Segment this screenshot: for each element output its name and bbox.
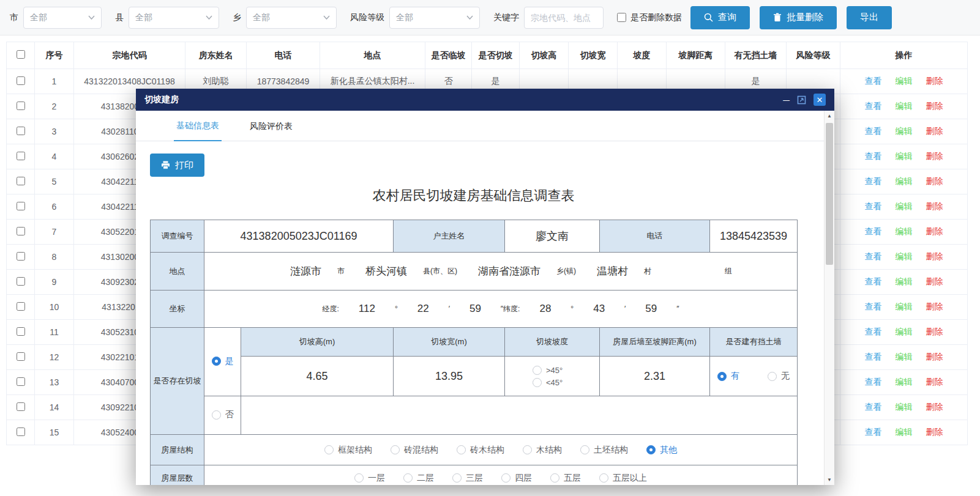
- view-link[interactable]: 查看: [865, 251, 882, 261]
- radio-option[interactable]: 三层: [452, 473, 483, 484]
- radio-option[interactable]: 四层: [501, 473, 532, 484]
- export-button[interactable]: 导出: [847, 6, 892, 29]
- delete-link[interactable]: 删除: [926, 126, 943, 136]
- select-all-checkbox[interactable]: [17, 50, 25, 59]
- edit-link[interactable]: 编辑: [896, 76, 913, 86]
- row-checkbox[interactable]: [17, 277, 25, 286]
- print-button[interactable]: 打印: [150, 154, 204, 177]
- edit-link[interactable]: 编辑: [896, 276, 913, 286]
- row-checkbox[interactable]: [17, 302, 25, 311]
- township-select[interactable]: 全部: [246, 7, 337, 29]
- row-checkbox[interactable]: [17, 227, 25, 235]
- scroll-up-icon[interactable]: ▲: [825, 113, 834, 119]
- keyword-input[interactable]: [524, 7, 604, 29]
- radio-option[interactable]: 土坯结构: [580, 445, 628, 456]
- view-link[interactable]: 查看: [865, 176, 882, 186]
- modal-scrollbar[interactable]: ▲ ▼: [824, 111, 834, 485]
- scroll-thumb[interactable]: [826, 123, 833, 265]
- edit-link[interactable]: 编辑: [896, 327, 913, 336]
- row-checkbox[interactable]: [17, 402, 25, 411]
- view-link[interactable]: 查看: [865, 76, 882, 86]
- radio-option[interactable]: 有: [717, 371, 739, 382]
- city-select[interactable]: 全部: [23, 7, 102, 29]
- view-link[interactable]: 查看: [865, 151, 882, 161]
- edit-link[interactable]: 编辑: [896, 101, 913, 111]
- row-actions: 查看编辑删除: [840, 395, 968, 420]
- radio-option[interactable]: 一层: [354, 473, 385, 484]
- delete-link[interactable]: 删除: [926, 151, 943, 161]
- maximize-icon[interactable]: [797, 95, 806, 105]
- delete-link[interactable]: 删除: [926, 427, 943, 437]
- row-checkbox[interactable]: [17, 177, 25, 185]
- batch-delete-button[interactable]: 批量删除: [760, 6, 837, 29]
- row-checkbox[interactable]: [17, 428, 25, 436]
- delete-link[interactable]: 删除: [926, 327, 943, 336]
- row-checkbox[interactable]: [17, 152, 25, 160]
- view-link[interactable]: 查看: [865, 276, 882, 286]
- close-icon[interactable]: ✕: [814, 94, 826, 106]
- radio-option[interactable]: 砖混结构: [391, 445, 438, 456]
- query-button[interactable]: 查询: [690, 6, 750, 29]
- delete-link[interactable]: 删除: [926, 402, 943, 412]
- radio-option[interactable]: 其他: [646, 445, 677, 456]
- radio-option[interactable]: 木结构: [523, 445, 562, 456]
- view-link[interactable]: 查看: [865, 226, 882, 236]
- delete-link[interactable]: 删除: [926, 201, 943, 211]
- tab-basic-info[interactable]: 基础信息表: [174, 120, 222, 141]
- view-link[interactable]: 查看: [865, 126, 882, 136]
- delete-link[interactable]: 删除: [926, 251, 943, 261]
- view-link[interactable]: 查看: [865, 327, 882, 336]
- view-link[interactable]: 查看: [865, 352, 882, 361]
- delete-link[interactable]: 删除: [926, 302, 943, 311]
- edit-link[interactable]: 编辑: [896, 402, 913, 412]
- radio-option[interactable]: >45°: [533, 366, 563, 375]
- row-checkbox[interactable]: [17, 352, 25, 361]
- row-checkbox[interactable]: [17, 327, 25, 336]
- show-deleted-toggle[interactable]: 是否删除数据: [617, 12, 682, 23]
- edit-link[interactable]: 编辑: [896, 427, 913, 437]
- delete-link[interactable]: 删除: [926, 276, 943, 286]
- cut-exist-no-radio[interactable]: 否: [212, 409, 234, 420]
- edit-link[interactable]: 编辑: [896, 126, 913, 136]
- edit-link[interactable]: 编辑: [896, 377, 913, 387]
- edit-link[interactable]: 编辑: [896, 226, 913, 236]
- cut-exist-yes-radio[interactable]: 是: [212, 356, 234, 367]
- view-link[interactable]: 查看: [865, 377, 882, 387]
- radio-option[interactable]: 五层: [550, 473, 581, 484]
- risk-select[interactable]: 全部: [389, 7, 480, 29]
- view-link[interactable]: 查看: [865, 201, 882, 211]
- radio-option[interactable]: 砖木结构: [457, 445, 504, 456]
- edit-link[interactable]: 编辑: [896, 251, 913, 261]
- edit-link[interactable]: 编辑: [896, 176, 913, 186]
- delete-link[interactable]: 删除: [926, 226, 943, 236]
- row-checkbox[interactable]: [17, 127, 25, 135]
- radio-option[interactable]: 框架结构: [324, 445, 372, 456]
- minimize-icon[interactable]: ─: [783, 95, 790, 105]
- row-checkbox[interactable]: [17, 76, 25, 85]
- radio-option[interactable]: 五层以上: [599, 473, 647, 484]
- row-checkbox[interactable]: [17, 252, 25, 261]
- row-checkbox[interactable]: [17, 102, 25, 110]
- view-link[interactable]: 查看: [865, 402, 882, 412]
- edit-link[interactable]: 编辑: [896, 201, 913, 211]
- view-link[interactable]: 查看: [865, 101, 882, 111]
- edit-link[interactable]: 编辑: [896, 352, 913, 361]
- county-select[interactable]: 全部: [129, 7, 219, 29]
- row-checkbox[interactable]: [17, 202, 25, 210]
- view-link[interactable]: 查看: [865, 427, 882, 437]
- radio-option[interactable]: <45°: [533, 378, 563, 387]
- row-checkbox[interactable]: [17, 377, 25, 386]
- radio-option[interactable]: 无: [768, 371, 790, 382]
- delete-link[interactable]: 删除: [926, 352, 943, 361]
- scroll-down-icon[interactable]: ▼: [825, 477, 834, 483]
- delete-link[interactable]: 删除: [926, 101, 943, 111]
- radio-option[interactable]: 二层: [403, 473, 434, 484]
- delete-link[interactable]: 删除: [926, 377, 943, 387]
- delete-link[interactable]: 删除: [926, 76, 943, 86]
- view-link[interactable]: 查看: [865, 302, 882, 311]
- tab-risk-eval[interactable]: 风险评价表: [247, 121, 295, 141]
- edit-link[interactable]: 编辑: [896, 302, 913, 311]
- edit-link[interactable]: 编辑: [896, 151, 913, 161]
- show-deleted-checkbox[interactable]: [617, 13, 626, 22]
- delete-link[interactable]: 删除: [926, 176, 943, 186]
